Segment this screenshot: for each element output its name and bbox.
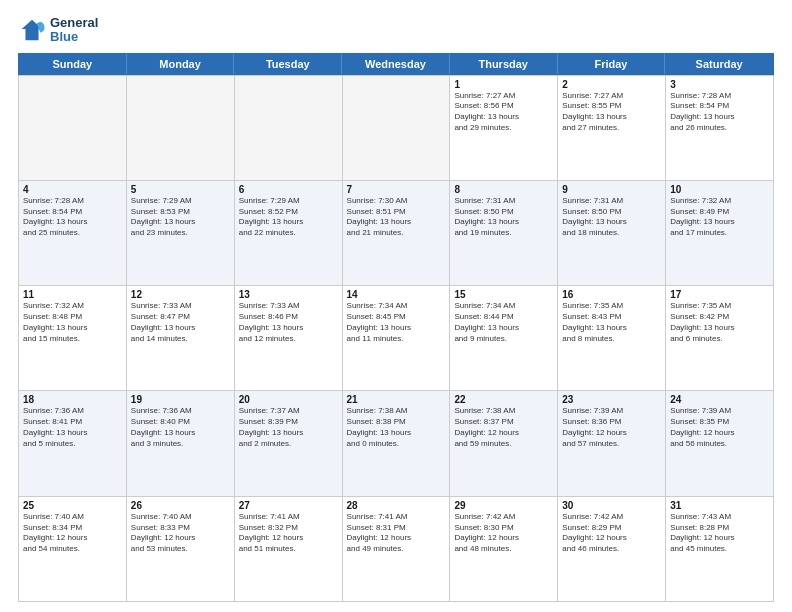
day-number: 22 [454,394,553,405]
day-number: 27 [239,500,338,511]
day-info: Sunrise: 7:41 AM Sunset: 8:32 PM Dayligh… [239,512,338,555]
day-number: 4 [23,184,122,195]
calendar-row-5: 25Sunrise: 7:40 AM Sunset: 8:34 PM Dayli… [18,497,774,602]
day-cell-24: 24Sunrise: 7:39 AM Sunset: 8:35 PM Dayli… [666,391,774,495]
day-number: 23 [562,394,661,405]
calendar-row-1: 1Sunrise: 7:27 AM Sunset: 8:56 PM Daylig… [18,75,774,181]
day-number: 15 [454,289,553,300]
day-info: Sunrise: 7:39 AM Sunset: 8:35 PM Dayligh… [670,406,769,449]
day-info: Sunrise: 7:34 AM Sunset: 8:45 PM Dayligh… [347,301,446,344]
day-number: 29 [454,500,553,511]
day-info: Sunrise: 7:42 AM Sunset: 8:30 PM Dayligh… [454,512,553,555]
day-number: 3 [670,79,769,90]
day-cell-30: 30Sunrise: 7:42 AM Sunset: 8:29 PM Dayli… [558,497,666,601]
day-info: Sunrise: 7:32 AM Sunset: 8:48 PM Dayligh… [23,301,122,344]
day-cell-13: 13Sunrise: 7:33 AM Sunset: 8:46 PM Dayli… [235,286,343,390]
day-number: 28 [347,500,446,511]
day-number: 26 [131,500,230,511]
day-number: 7 [347,184,446,195]
day-number: 20 [239,394,338,405]
calendar-row-4: 18Sunrise: 7:36 AM Sunset: 8:41 PM Dayli… [18,391,774,496]
day-cell-9: 9Sunrise: 7:31 AM Sunset: 8:50 PM Daylig… [558,181,666,285]
day-number: 18 [23,394,122,405]
day-cell-17: 17Sunrise: 7:35 AM Sunset: 8:42 PM Dayli… [666,286,774,390]
header-day-thursday: Thursday [450,54,558,74]
calendar-row-2: 4Sunrise: 7:28 AM Sunset: 8:54 PM Daylig… [18,181,774,286]
day-info: Sunrise: 7:40 AM Sunset: 8:33 PM Dayligh… [131,512,230,555]
day-info: Sunrise: 7:29 AM Sunset: 8:52 PM Dayligh… [239,196,338,239]
day-info: Sunrise: 7:39 AM Sunset: 8:36 PM Dayligh… [562,406,661,449]
day-number: 21 [347,394,446,405]
day-info: Sunrise: 7:33 AM Sunset: 8:46 PM Dayligh… [239,301,338,344]
header-day-friday: Friday [558,54,666,74]
day-number: 12 [131,289,230,300]
day-info: Sunrise: 7:38 AM Sunset: 8:38 PM Dayligh… [347,406,446,449]
day-info: Sunrise: 7:32 AM Sunset: 8:49 PM Dayligh… [670,196,769,239]
day-info: Sunrise: 7:42 AM Sunset: 8:29 PM Dayligh… [562,512,661,555]
calendar-row-3: 11Sunrise: 7:32 AM Sunset: 8:48 PM Dayli… [18,286,774,391]
header-day-monday: Monday [127,54,235,74]
day-cell-18: 18Sunrise: 7:36 AM Sunset: 8:41 PM Dayli… [19,391,127,495]
logo-text: General Blue [50,16,98,45]
day-info: Sunrise: 7:43 AM Sunset: 8:28 PM Dayligh… [670,512,769,555]
day-info: Sunrise: 7:36 AM Sunset: 8:40 PM Dayligh… [131,406,230,449]
day-info: Sunrise: 7:27 AM Sunset: 8:56 PM Dayligh… [454,91,553,134]
page: General Blue SundayMondayTuesdayWednesda… [0,0,792,612]
day-info: Sunrise: 7:40 AM Sunset: 8:34 PM Dayligh… [23,512,122,555]
calendar-body: 1Sunrise: 7:27 AM Sunset: 8:56 PM Daylig… [18,75,774,602]
day-info: Sunrise: 7:28 AM Sunset: 8:54 PM Dayligh… [23,196,122,239]
day-number: 6 [239,184,338,195]
day-info: Sunrise: 7:31 AM Sunset: 8:50 PM Dayligh… [454,196,553,239]
day-cell-5: 5Sunrise: 7:29 AM Sunset: 8:53 PM Daylig… [127,181,235,285]
day-info: Sunrise: 7:27 AM Sunset: 8:55 PM Dayligh… [562,91,661,134]
day-number: 30 [562,500,661,511]
day-number: 9 [562,184,661,195]
day-number: 1 [454,79,553,90]
day-cell-16: 16Sunrise: 7:35 AM Sunset: 8:43 PM Dayli… [558,286,666,390]
day-info: Sunrise: 7:33 AM Sunset: 8:47 PM Dayligh… [131,301,230,344]
header-day-sunday: Sunday [19,54,127,74]
day-cell-23: 23Sunrise: 7:39 AM Sunset: 8:36 PM Dayli… [558,391,666,495]
day-number: 8 [454,184,553,195]
day-cell-25: 25Sunrise: 7:40 AM Sunset: 8:34 PM Dayli… [19,497,127,601]
day-number: 14 [347,289,446,300]
day-number: 5 [131,184,230,195]
day-info: Sunrise: 7:30 AM Sunset: 8:51 PM Dayligh… [347,196,446,239]
day-info: Sunrise: 7:36 AM Sunset: 8:41 PM Dayligh… [23,406,122,449]
day-cell-8: 8Sunrise: 7:31 AM Sunset: 8:50 PM Daylig… [450,181,558,285]
day-info: Sunrise: 7:34 AM Sunset: 8:44 PM Dayligh… [454,301,553,344]
day-cell-22: 22Sunrise: 7:38 AM Sunset: 8:37 PM Dayli… [450,391,558,495]
day-info: Sunrise: 7:35 AM Sunset: 8:43 PM Dayligh… [562,301,661,344]
day-number: 16 [562,289,661,300]
day-cell-2: 2Sunrise: 7:27 AM Sunset: 8:55 PM Daylig… [558,76,666,180]
empty-cell [127,76,235,180]
day-cell-31: 31Sunrise: 7:43 AM Sunset: 8:28 PM Dayli… [666,497,774,601]
empty-cell [343,76,451,180]
day-number: 25 [23,500,122,511]
day-number: 2 [562,79,661,90]
day-number: 31 [670,500,769,511]
day-cell-12: 12Sunrise: 7:33 AM Sunset: 8:47 PM Dayli… [127,286,235,390]
day-cell-28: 28Sunrise: 7:41 AM Sunset: 8:31 PM Dayli… [343,497,451,601]
day-number: 17 [670,289,769,300]
day-cell-11: 11Sunrise: 7:32 AM Sunset: 8:48 PM Dayli… [19,286,127,390]
day-number: 13 [239,289,338,300]
day-info: Sunrise: 7:37 AM Sunset: 8:39 PM Dayligh… [239,406,338,449]
day-info: Sunrise: 7:38 AM Sunset: 8:37 PM Dayligh… [454,406,553,449]
day-number: 10 [670,184,769,195]
empty-cell [19,76,127,180]
calendar-header: SundayMondayTuesdayWednesdayThursdayFrid… [18,53,774,75]
day-cell-14: 14Sunrise: 7:34 AM Sunset: 8:45 PM Dayli… [343,286,451,390]
day-cell-29: 29Sunrise: 7:42 AM Sunset: 8:30 PM Dayli… [450,497,558,601]
day-cell-6: 6Sunrise: 7:29 AM Sunset: 8:52 PM Daylig… [235,181,343,285]
day-cell-15: 15Sunrise: 7:34 AM Sunset: 8:44 PM Dayli… [450,286,558,390]
day-cell-26: 26Sunrise: 7:40 AM Sunset: 8:33 PM Dayli… [127,497,235,601]
day-info: Sunrise: 7:29 AM Sunset: 8:53 PM Dayligh… [131,196,230,239]
day-cell-4: 4Sunrise: 7:28 AM Sunset: 8:54 PM Daylig… [19,181,127,285]
header-day-wednesday: Wednesday [342,54,450,74]
header-day-tuesday: Tuesday [234,54,342,74]
logo: General Blue [18,16,98,45]
day-cell-20: 20Sunrise: 7:37 AM Sunset: 8:39 PM Dayli… [235,391,343,495]
header-day-saturday: Saturday [665,54,773,74]
header: General Blue [18,16,774,45]
